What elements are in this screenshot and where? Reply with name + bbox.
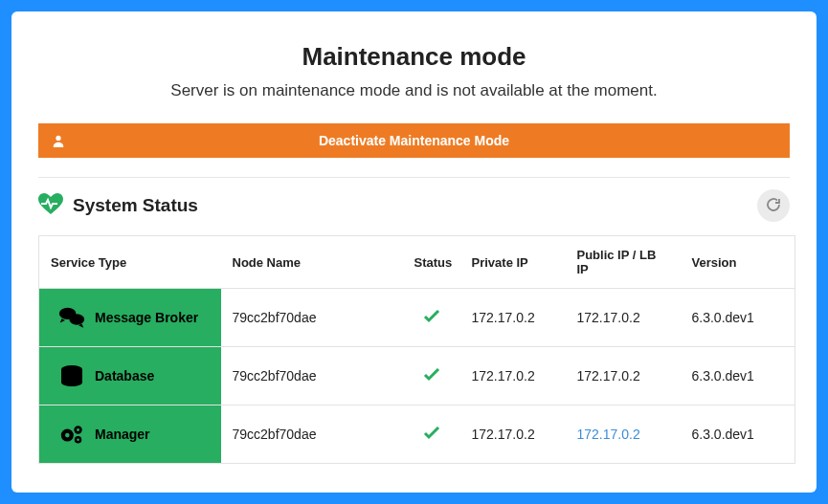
check-icon (423, 427, 440, 443)
node-name-cell: 79cc2bf70dae (221, 347, 403, 405)
th-version: Version (681, 236, 795, 289)
service-name: Message Broker (95, 310, 198, 325)
page-title: Maintenance mode (38, 42, 790, 72)
deactivate-maintenance-button[interactable]: Deactivate Maintenance Mode (38, 123, 790, 158)
service-type-cell: Message Broker (39, 289, 221, 347)
private-ip-cell: 172.17.0.2 (460, 289, 566, 347)
table-row: Message Broker79cc2bf70dae172.17.0.2172.… (39, 289, 795, 347)
database-icon (58, 364, 85, 387)
th-public-ip: Public IP / LB IP (566, 236, 681, 289)
service-name: Database (95, 368, 154, 383)
chat-icon (58, 306, 85, 329)
status-section-title: System Status (73, 195, 198, 216)
version-cell: 6.3.0.dev1 (681, 289, 795, 347)
private-ip-cell: 172.17.0.2 (460, 405, 566, 464)
status-cell (403, 289, 460, 347)
gears-icon (58, 423, 85, 446)
check-icon (423, 311, 440, 326)
private-ip-cell: 172.17.0.2 (460, 347, 566, 405)
svg-point-0 (56, 136, 60, 141)
status-header: System Status (38, 189, 790, 222)
table-row: Manager79cc2bf70dae172.17.0.2172.17.0.26… (39, 405, 795, 464)
status-cell (403, 405, 460, 464)
node-name-cell: 79cc2bf70dae (221, 405, 403, 464)
divider (38, 177, 790, 178)
public-ip-cell: 172.17.0.2 (566, 289, 681, 347)
public-ip-text: 172.17.0.2 (577, 310, 640, 325)
th-private-ip: Private IP (460, 236, 566, 289)
th-status: Status (403, 236, 460, 289)
service-type-cell: Manager (39, 405, 221, 464)
status-table: Service Type Node Name Status Private IP… (38, 235, 795, 464)
user-icon (52, 134, 65, 147)
svg-point-2 (69, 314, 84, 324)
service-name: Manager (95, 427, 150, 442)
public-ip-cell: 172.17.0.2 (566, 347, 681, 405)
main-panel: Maintenance mode Server is on maintenanc… (11, 11, 817, 493)
svg-point-9 (77, 438, 79, 441)
svg-point-5 (65, 433, 70, 438)
deactivate-maintenance-label: Deactivate Maintenance Mode (319, 133, 509, 148)
page-subtitle: Server is on maintenance mode and is not… (38, 81, 790, 100)
table-row: Database79cc2bf70dae172.17.0.2172.17.0.2… (39, 347, 795, 405)
refresh-icon (766, 197, 781, 215)
public-ip-text: 172.17.0.2 (577, 368, 640, 383)
refresh-button[interactable] (757, 189, 790, 222)
node-name-cell: 79cc2bf70dae (221, 289, 403, 347)
public-ip-link[interactable]: 172.17.0.2 (577, 427, 640, 442)
status-tbody: Message Broker79cc2bf70dae172.17.0.2172.… (39, 289, 795, 464)
public-ip-cell: 172.17.0.2 (566, 405, 681, 464)
status-cell (403, 347, 460, 405)
version-cell: 6.3.0.dev1 (681, 405, 795, 464)
svg-point-7 (77, 428, 79, 431)
version-cell: 6.3.0.dev1 (681, 347, 795, 405)
table-header-row: Service Type Node Name Status Private IP… (39, 236, 795, 289)
service-type-cell: Database (39, 347, 221, 405)
heartbeat-icon (38, 193, 63, 218)
th-node-name: Node Name (221, 236, 403, 289)
th-service-type: Service Type (39, 236, 221, 289)
check-icon (423, 369, 440, 384)
